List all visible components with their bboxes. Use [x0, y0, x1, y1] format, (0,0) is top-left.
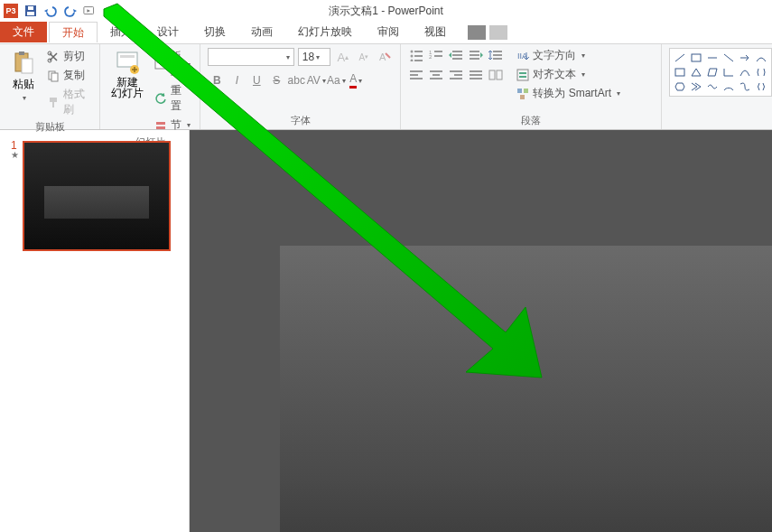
cut-button[interactable]: 剪切 — [45, 48, 92, 65]
cut-label: 剪切 — [63, 49, 85, 64]
shape-rect-icon[interactable] — [689, 51, 703, 64]
swatch-grey[interactable] — [468, 25, 486, 40]
convert-smartart-button[interactable]: 转换为 SmartArt▾ — [516, 86, 620, 101]
tab-view[interactable]: 视图 — [412, 22, 459, 42]
italic-button[interactable]: I — [228, 71, 246, 89]
svg-rect-12 — [52, 102, 54, 107]
svg-rect-42 — [410, 78, 423, 79]
svg-rect-18 — [156, 122, 165, 125]
shape-chev-icon[interactable] — [689, 80, 703, 93]
change-case-button[interactable]: Aa▾ — [327, 71, 345, 89]
shape-arc-icon[interactable] — [721, 80, 736, 93]
tab-home[interactable]: 开始 — [49, 22, 98, 42]
shape-l-icon[interactable] — [721, 66, 736, 79]
justify-icon[interactable] — [468, 68, 484, 82]
align-center-icon[interactable] — [428, 68, 444, 82]
paste-dropdown-icon: ▾ — [23, 94, 26, 102]
shape-para-icon[interactable] — [705, 66, 720, 79]
shape-conn-icon[interactable] — [754, 51, 768, 64]
svg-rect-37 — [493, 51, 502, 52]
svg-rect-48 — [450, 78, 462, 79]
qat-dropdown-icon[interactable]: ▾ — [105, 7, 108, 15]
align-right-icon[interactable] — [448, 68, 464, 82]
play-from-start-icon[interactable] — [83, 4, 98, 18]
text-shadow-button[interactable]: abc — [287, 71, 305, 89]
slide-thumbnail[interactable] — [23, 141, 171, 251]
undo-icon[interactable] — [43, 4, 58, 18]
slide-canvas[interactable] — [280, 246, 772, 532]
svg-rect-62 — [675, 69, 684, 76]
shrink-font-icon[interactable]: A▾ — [355, 48, 372, 66]
bullets-icon[interactable] — [408, 48, 424, 62]
underline-button[interactable]: U — [247, 71, 265, 89]
grow-font-icon[interactable]: A▴ — [334, 48, 351, 66]
paste-label: 粘贴 — [13, 77, 34, 92]
svg-rect-32 — [452, 54, 462, 56]
svg-rect-26 — [414, 60, 423, 61]
slide-editor[interactable] — [190, 130, 772, 532]
svg-rect-5 — [19, 51, 24, 55]
increase-indent-icon[interactable] — [468, 48, 484, 62]
shape-s-icon[interactable] — [738, 80, 752, 93]
scissors-icon — [47, 51, 60, 63]
bold-button[interactable]: B — [208, 71, 226, 89]
shape-arrow-icon[interactable] — [738, 51, 752, 64]
tab-review[interactable]: 审阅 — [365, 22, 412, 42]
shape-wave-icon[interactable] — [705, 80, 720, 93]
thumbnail-pane[interactable]: 1 ★ — [0, 130, 190, 532]
paste-button[interactable]: 粘贴 ▾ — [7, 48, 40, 118]
svg-rect-55 — [517, 70, 528, 80]
decrease-indent-icon[interactable] — [448, 48, 464, 62]
svg-rect-60 — [520, 95, 525, 99]
tab-slideshow[interactable]: 幻灯片放映 — [285, 22, 365, 42]
strike-button[interactable]: S — [267, 71, 285, 89]
shape-line2-icon[interactable] — [705, 51, 720, 64]
text-direction-button[interactable]: IIA 文字方向▾ — [516, 48, 620, 63]
layout-button[interactable]: 版式▾ — [153, 48, 192, 80]
svg-rect-14 — [120, 55, 135, 58]
svg-rect-22 — [414, 51, 423, 52]
svg-rect-13 — [117, 52, 137, 67]
swatch-lightgrey[interactable] — [489, 25, 507, 40]
numbering-icon[interactable]: 12 — [428, 48, 444, 62]
tab-design[interactable]: 设计 — [144, 22, 191, 42]
font-color-button[interactable]: A▾ — [347, 71, 365, 89]
smartart-icon — [516, 88, 529, 100]
font-family-combo[interactable]: ▾ — [208, 48, 293, 66]
copy-button[interactable]: 复制 — [45, 67, 92, 84]
new-slide-button[interactable]: 新建 幻灯片 — [107, 48, 147, 134]
tab-insert[interactable]: 插入 — [98, 22, 144, 42]
tab-file[interactable]: 文件 — [0, 22, 47, 42]
svg-rect-56 — [519, 72, 526, 74]
font-size-combo[interactable]: 18▾ — [298, 48, 331, 66]
shape-line3-icon[interactable] — [721, 51, 736, 64]
align-text-button[interactable]: 对齐文本▾ — [516, 67, 620, 82]
shape-curve-icon[interactable] — [738, 66, 752, 79]
svg-rect-41 — [410, 74, 418, 76]
window-title: 演示文稿1 - PowerPoint — [329, 4, 443, 19]
shapes-gallery[interactable] — [669, 48, 772, 97]
svg-rect-6 — [22, 59, 33, 73]
shape-hex-icon[interactable] — [673, 80, 687, 93]
svg-rect-58 — [517, 89, 522, 93]
shape-line-icon[interactable] — [673, 51, 687, 64]
new-slide-label: 新建 幻灯片 — [111, 77, 144, 98]
shape-tri-icon[interactable] — [689, 66, 703, 79]
reset-button[interactable]: 重置 — [153, 82, 192, 115]
clear-format-icon[interactable]: A — [376, 48, 393, 66]
animation-indicator-icon: ★ — [11, 152, 19, 159]
redo-icon[interactable] — [63, 4, 78, 18]
format-painter-button[interactable]: 格式刷 — [45, 86, 92, 118]
align-left-icon[interactable] — [408, 68, 424, 82]
tab-animation[interactable]: 动画 — [238, 22, 285, 42]
shape-brace-icon[interactable] — [754, 66, 768, 79]
save-icon[interactable] — [23, 4, 38, 18]
columns-icon[interactable] — [488, 68, 504, 82]
shape-rect2-icon[interactable] — [673, 66, 687, 79]
shape-paren-icon[interactable] — [754, 80, 768, 93]
char-spacing-button[interactable]: AV▾ — [307, 71, 325, 89]
tab-transition[interactable]: 切换 — [191, 22, 238, 42]
section-button[interactable]: 节▾ — [153, 117, 192, 134]
group-paragraph: 12 IIA 文字方向▾ — [401, 44, 662, 129]
line-spacing-icon[interactable] — [488, 48, 504, 62]
